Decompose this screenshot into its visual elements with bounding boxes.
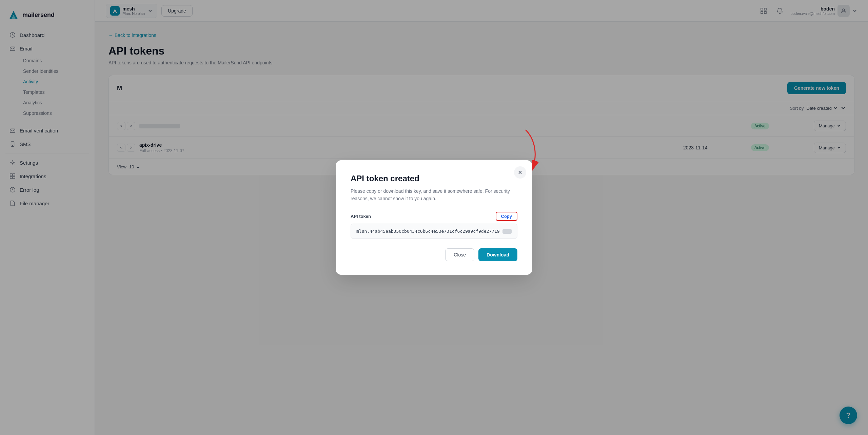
token-field: mlsn.44ab45eab350cb0434c6b6c4e53e731cf6c… — [351, 224, 517, 239]
modal-title: API token created — [351, 174, 517, 183]
copy-button[interactable]: Copy — [496, 212, 518, 221]
modal-overlay[interactable]: API token created Please copy or downloa… — [0, 0, 868, 435]
modal-description: Please copy or download this key, and sa… — [351, 187, 517, 203]
api-token-modal: API token created Please copy or downloa… — [336, 160, 532, 275]
token-value-text: mlsn.44ab45eab350cb0434c6b6c4e53e731cf6c… — [356, 229, 500, 234]
close-icon — [517, 170, 523, 175]
token-label-text: API token — [351, 214, 371, 219]
modal-close-button[interactable] — [514, 166, 526, 179]
token-label-row: API token Copy — [351, 212, 517, 221]
annotation-arrow — [498, 123, 559, 179]
red-arrow-svg — [498, 123, 559, 177]
modal-close-action-button[interactable]: Close — [445, 248, 474, 261]
token-blurred-portion — [502, 229, 512, 234]
modal-actions: Close Download — [351, 248, 517, 261]
modal-download-button[interactable]: Download — [478, 248, 517, 261]
